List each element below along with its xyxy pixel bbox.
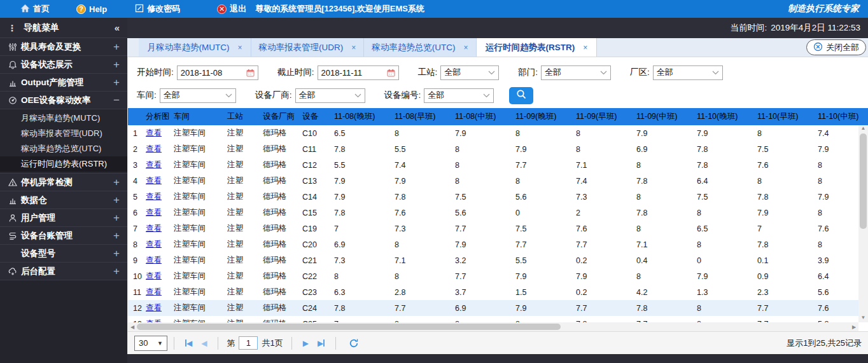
sidebar-item[interactable]: 设备状态展示+ <box>0 56 127 74</box>
expand-icon[interactable]: + <box>113 195 120 205</box>
sidebar-item[interactable]: 后台配置+ <box>0 263 127 280</box>
logout-button[interactable]: ✕ 退出 <box>217 3 246 15</box>
shift-value-cell: 0.1 <box>755 252 815 268</box>
sidebar-item[interactable]: Output产能管理+ <box>0 74 127 92</box>
collapse-icon[interactable]: − <box>113 95 120 106</box>
vertical-scroll-thumb[interactable] <box>860 134 867 229</box>
page-number-input[interactable]: 1 <box>239 336 258 350</box>
vendor-select[interactable]: 全部 <box>295 88 365 103</box>
view-chart-link[interactable]: 查看 <box>146 224 162 233</box>
workshop-select[interactable]: 全部 <box>160 88 236 103</box>
sidebar-item[interactable]: OEE设备稼动效率− <box>0 92 127 109</box>
table-row: 3查看注塑车间注塑德玛格C125.57.487.77.187.87.68 <box>128 157 858 173</box>
shift-value-cell: 8 <box>392 125 452 141</box>
row-number: 12 <box>128 300 143 316</box>
next-page-button[interactable]: ▶ <box>303 339 309 347</box>
help-button[interactable]: ? Help <box>76 4 107 14</box>
table-row: 9查看注塑车间注塑德玛格C217.37.13.25.50.20.400.13.9 <box>128 252 858 268</box>
calendar-icon[interactable] <box>387 69 395 77</box>
sidebar-subitem[interactable]: 稼动率趋势总览(UTC) <box>0 141 127 156</box>
factory-select[interactable]: 全部 <box>653 65 723 80</box>
close-tab-icon[interactable]: × <box>237 43 242 52</box>
expand-icon[interactable]: + <box>113 41 120 52</box>
shift-value-cell: 7.8 <box>694 157 755 173</box>
start-time-input[interactable]: 2018-11-08 <box>177 65 258 80</box>
tab[interactable]: 稼动率报表管理(UDR)× <box>251 38 364 57</box>
first-page-button[interactable]: ◀ <box>185 339 192 347</box>
view-chart-link[interactable]: 查看 <box>146 271 162 280</box>
view-chart-link[interactable]: 查看 <box>146 240 162 249</box>
station-select[interactable]: 全部 <box>440 65 499 80</box>
scroll-right-icon[interactable]: ▶ <box>850 324 858 330</box>
shift-value-cell: 3.7 <box>452 284 513 300</box>
tab[interactable]: 月稼动率趋势(MUTC)× <box>139 38 251 57</box>
device-no-select[interactable]: 全部 <box>424 88 494 103</box>
sidebar-item[interactable]: 模具寿命及更换+ <box>0 38 127 56</box>
expand-icon[interactable]: + <box>113 266 120 277</box>
horizontal-scrollbar[interactable]: ◀ ▶ <box>128 322 858 331</box>
horizontal-scroll-thumb[interactable] <box>137 324 561 330</box>
expand-icon[interactable]: + <box>113 212 120 223</box>
scroll-down-icon[interactable]: ▼ <box>861 315 866 322</box>
sidebar-subitem[interactable]: 运行时间趋势表(RSTR) <box>0 156 127 172</box>
expand-icon[interactable]: + <box>113 177 120 188</box>
vertical-scrollbar[interactable]: ▲ ▼ <box>858 125 868 322</box>
shift-value-cell: 7.7 <box>452 221 513 236</box>
shift-value-cell: 8 <box>634 189 694 205</box>
close-tab-icon[interactable]: × <box>351 43 356 52</box>
close-tab-icon[interactable]: × <box>583 43 587 52</box>
view-chart-link[interactable]: 查看 <box>146 144 162 153</box>
calendar-icon[interactable] <box>246 69 255 77</box>
close-tab-icon[interactable]: × <box>464 43 468 52</box>
device-cell: C13 <box>300 173 332 189</box>
page-label-suffix: 共1页 <box>262 338 283 349</box>
end-time-input[interactable]: 2018-11-11 <box>318 65 399 80</box>
shift-value-cell: 8 <box>694 205 755 221</box>
view-chart-link[interactable]: 查看 <box>146 128 162 137</box>
expand-icon[interactable]: + <box>113 77 120 88</box>
expand-icon[interactable]: + <box>113 59 120 70</box>
expand-icon[interactable]: + <box>113 248 120 259</box>
last-page-button[interactable]: ▶ <box>318 339 325 347</box>
sidebar-subitem[interactable]: 月稼动率趋势(MUTC) <box>0 111 127 126</box>
shift-value-cell: 6.5 <box>332 125 392 141</box>
view-chart-link[interactable]: 查看 <box>146 287 162 296</box>
device-cell: C19 <box>300 221 332 236</box>
page-size-select[interactable]: 30 ▼ <box>134 336 167 351</box>
sidebar-subitem[interactable]: 稼动率报表管理(UDR) <box>0 126 127 141</box>
home-label: 首页 <box>33 3 50 15</box>
home-button[interactable]: 首页 <box>20 3 50 15</box>
view-chart-link[interactable]: 查看 <box>146 160 162 169</box>
workshop-cell: 注塑车间 <box>171 189 225 205</box>
refresh-button[interactable] <box>349 338 359 348</box>
view-chart-link[interactable]: 查看 <box>146 176 162 185</box>
sidebar-item[interactable]: 停机异常检测+ <box>0 174 127 191</box>
change-password-button[interactable]: 修改密码 <box>135 3 180 15</box>
sidebar-item[interactable]: 用户管理+ <box>0 209 127 227</box>
sidebar-item[interactable]: 数据仓+ <box>0 191 127 209</box>
department-select[interactable]: 全部 <box>541 65 611 80</box>
chevron-down-icon <box>712 71 719 75</box>
view-chart-link[interactable]: 查看 <box>146 208 162 217</box>
shift-value-cell: 5.6 <box>513 189 573 205</box>
scroll-up-icon[interactable]: ▲ <box>861 125 866 133</box>
view-chart-link[interactable]: 查看 <box>146 192 162 201</box>
view-chart-link[interactable]: 查看 <box>146 256 162 264</box>
search-button[interactable] <box>509 87 533 104</box>
tab[interactable]: 稼动率趋势总览(UTC)× <box>364 38 477 57</box>
scroll-left-icon[interactable]: ◀ <box>128 324 137 330</box>
expand-icon[interactable]: + <box>113 230 120 241</box>
sidebar-item[interactable]: 设备型号+ <box>0 245 127 263</box>
prev-page-button[interactable]: ◀ <box>201 339 207 347</box>
close-all-tabs-button[interactable]: 关闭全部 <box>806 39 866 55</box>
tab[interactable]: 运行时间趋势表(RSTR)× <box>477 38 597 57</box>
shift-value-cell: 7 <box>332 221 392 236</box>
collapse-sidebar-button[interactable]: « <box>115 22 120 33</box>
shift-value-cell: 0.9 <box>755 268 815 284</box>
sidebar-item[interactable]: 设备台账管理+ <box>0 227 127 245</box>
shift-value-cell: 7.9 <box>513 268 573 284</box>
view-chart-link[interactable]: 查看 <box>146 303 162 312</box>
ledger-icon <box>6 231 19 240</box>
shift-value-cell: 8 <box>815 236 858 252</box>
shift-value-cell: 7.8 <box>634 300 694 316</box>
